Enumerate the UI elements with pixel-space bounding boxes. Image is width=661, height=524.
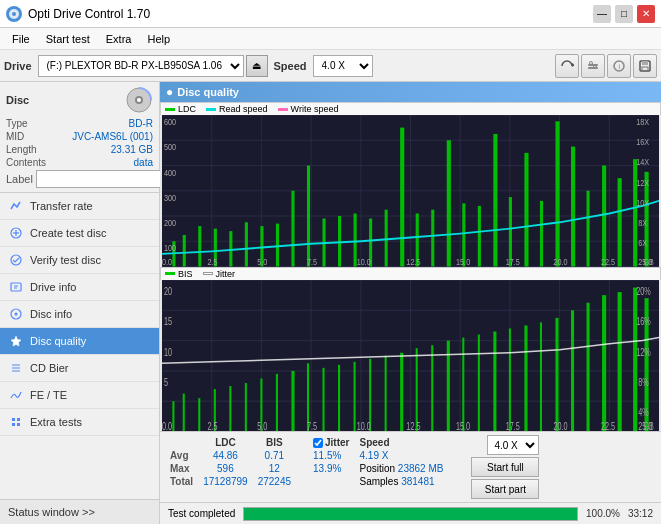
total-bis: 272245 [254,476,295,487]
legend-read-speed-label: Read speed [219,104,268,114]
sidebar: Disc Type BD-R MID JVC-AMS6L (001) Lengt… [0,82,160,524]
bis-legend-dot [165,272,175,275]
svg-text:12.5: 12.5 [406,258,421,267]
sidebar-item-disc-info[interactable]: Disc info [0,301,159,328]
sidebar-label-fe-te: FE / TE [30,389,67,401]
svg-rect-146 [571,310,574,431]
svg-text:8X: 8X [638,218,647,228]
speed-select[interactable]: 4.0 X [313,55,373,77]
drive-eject-button[interactable]: ⏏ [246,55,268,77]
svg-text:10.0: 10.0 [357,420,371,431]
sidebar-item-verify-test-disc[interactable]: Verify test disc [0,247,159,274]
svg-rect-63 [400,128,404,267]
verify-test-disc-icon [8,252,24,268]
sidebar-item-create-test-disc[interactable]: Create test disc [0,220,159,247]
disc-quality-header: ● Disc quality [160,82,661,102]
speed-start-panel: 4.0 X Start full Start part [471,435,539,499]
svg-text:20.0: 20.0 [553,420,567,431]
svg-rect-52 [229,231,232,266]
sidebar-label-cd-bier: CD Bier [30,362,69,374]
col-header-bis: BIS [254,437,295,448]
sidebar-nav: Transfer rate Create test disc Verify te… [0,193,159,499]
stats-panel: LDC BIS Jitter Speed [160,431,661,502]
sidebar-item-transfer-rate[interactable]: Transfer rate [0,193,159,220]
drive-select[interactable]: (F:) PLEXTOR BD-R PX-LB950SA 1.06 [38,55,244,77]
stats-max-row: Max 596 12 13.9% Position 23862 MB [166,463,457,474]
menu-extra[interactable]: Extra [98,31,140,47]
svg-rect-69 [493,134,497,267]
status-window-label: Status window >> [8,506,95,518]
status-text: Test completed [168,508,235,519]
sidebar-item-drive-info[interactable]: Drive info [0,274,159,301]
svg-text:18X: 18X [636,117,649,127]
sidebar-item-cd-bier[interactable]: CD Bier [0,355,159,382]
info-button[interactable]: i [607,54,631,78]
settings-button[interactable] [581,54,605,78]
sidebar-item-fe-te[interactable]: FE / TE [0,382,159,409]
svg-text:5.0: 5.0 [257,420,267,431]
sidebar-item-disc-quality[interactable]: Disc quality [0,328,159,355]
menu-help[interactable]: Help [139,31,178,47]
svg-rect-50 [198,226,201,266]
drive-label: Drive [4,60,32,72]
speed-avg-label: 4.19 X [359,450,388,461]
svg-point-23 [15,313,18,316]
menu-file[interactable]: File [4,31,38,47]
disc-quality-title: Disc quality [177,86,239,98]
svg-rect-55 [276,224,279,267]
svg-rect-144 [540,322,542,431]
legend-jitter-label: Jitter [216,269,236,279]
app-title: Opti Drive Control 1.70 [28,7,150,21]
save-button[interactable] [633,54,657,78]
position-label: Position 23862 MB [355,463,447,474]
svg-text:500: 500 [164,143,177,153]
svg-text:17.5: 17.5 [506,258,521,267]
speed-select-stats[interactable]: 4.0 X [487,435,539,455]
maximize-button[interactable]: □ [615,5,633,23]
svg-rect-142 [509,328,511,431]
legend-write-speed-label: Write speed [291,104,339,114]
status-window-button[interactable]: Status window >> [0,499,159,524]
jitter-checkbox[interactable] [313,438,323,448]
svg-text:i: i [619,63,621,70]
col-header-ldc: LDC [199,437,252,448]
legend-bis: BIS [165,269,193,279]
disc-contents-value: data [134,157,153,168]
start-part-button[interactable]: Start part [471,479,539,499]
status-time: 33:12 [628,508,653,519]
bottom-chart-svg: 0.0 2.5 5.0 7.5 10.0 12.5 15.0 17.5 20.0… [162,280,659,432]
refresh-button[interactable] [555,54,579,78]
svg-text:GB: GB [643,258,653,267]
menu-start-test[interactable]: Start test [38,31,98,47]
sidebar-label-create-test-disc: Create test disc [30,227,106,239]
disc-length-row: Length 23.31 GB [6,144,153,155]
avg-ldc: 44.86 [199,450,252,461]
start-full-button[interactable]: Start full [471,457,539,477]
app-icon [6,6,22,22]
create-test-disc-icon [8,225,24,241]
svg-rect-124 [229,386,231,431]
svg-rect-31 [17,423,20,426]
sidebar-item-extra-tests[interactable]: Extra tests [0,409,159,436]
speed-label: Speed [274,60,307,72]
svg-rect-128 [291,370,294,431]
disc-mid-value: JVC-AMS6L (001) [72,131,153,142]
svg-point-14 [137,98,141,102]
disc-label-input[interactable] [36,170,171,188]
col-header-jitter: Jitter [309,437,353,448]
svg-rect-68 [478,206,481,267]
svg-rect-57 [307,166,310,267]
svg-text:22.5: 22.5 [601,258,616,267]
svg-rect-28 [12,418,15,421]
close-button[interactable]: ✕ [637,5,655,23]
svg-text:20%: 20% [636,285,651,297]
svg-rect-77 [618,178,622,266]
svg-point-5 [590,61,593,64]
top-chart-legend: LDC Read speed Write speed [160,102,661,115]
read-speed-legend-dot [206,108,216,111]
svg-text:17.5: 17.5 [506,420,520,431]
disc-title: Disc [6,94,29,106]
write-speed-legend-dot [278,108,288,111]
minimize-button[interactable]: — [593,5,611,23]
disc-quality-header-icon: ● [166,85,173,99]
